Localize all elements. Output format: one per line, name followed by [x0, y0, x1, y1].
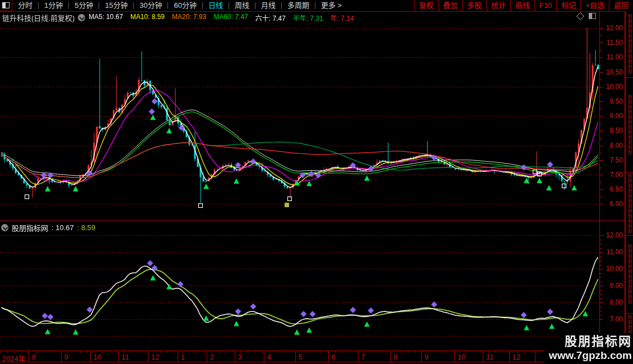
sidebar-strip-segment[interactable]: 划划划划划划划划划划划划	[626, 236, 633, 314]
year-label: 2024年	[2, 353, 26, 363]
stock-title: 链升科技(日线.前复权)	[2, 12, 75, 23]
indicator-value-2: : 8.59	[77, 223, 96, 232]
month-separator	[295, 351, 296, 362]
indicator-value-1: : 10.67	[52, 223, 74, 232]
ma-label-4: 六十: 7.47	[255, 13, 286, 22]
month-separator	[90, 351, 91, 362]
tool-menu-item-3[interactable]: 统计	[486, 0, 510, 11]
sidebar-strip-segment[interactable]: 划划划划划划划划划划划划	[626, 11, 633, 78]
month-separator	[148, 351, 148, 362]
price-axis-label: 10.00	[602, 265, 623, 273]
menu-item-3[interactable]: 15分钟	[99, 0, 133, 11]
price-axis-label: 9.00	[602, 282, 623, 290]
month-separator	[358, 351, 359, 362]
top-menu-bar: 分时1分钟5分钟15分钟30分钟60分钟日线周线月线多周期更多 > 复权叠加多股…	[0, 0, 633, 12]
month-label-2: 10	[94, 353, 101, 361]
ma-label-5: 半年: 7.31	[293, 13, 323, 22]
sidebar-strip-segment[interactable]: 划划划划划划划划划划划划	[626, 172, 633, 236]
price-axis-label: 12.00	[602, 24, 623, 32]
tool-menu-item-4[interactable]: 画线	[510, 0, 534, 11]
tool-menu-item-5[interactable]: F10	[534, 0, 556, 11]
date-axis-ticks	[0, 351, 563, 353]
chevron-down-icon[interactable]	[1, 224, 8, 231]
date-axis[interactable]: 2024年 89101112123456789101112	[0, 351, 633, 362]
month-label-10: 6	[332, 353, 336, 361]
price-axis-label: 9.50	[602, 97, 623, 105]
month-separator	[509, 351, 510, 362]
watermark-site-name: 股朋指标网	[560, 333, 633, 349]
menu-item-4[interactable]: 30分钟	[134, 0, 167, 11]
month-separator	[535, 351, 536, 362]
collapsed-sidebar-strip[interactable]: 划划划划划划划划划划划划划划划划划划划划划划划划划划划划划划划划划划划划划划划划…	[625, 11, 633, 364]
month-separator	[29, 351, 29, 362]
period-menu: 分时1分钟5分钟15分钟30分钟60分钟日线周线月线多周期更多 >	[12, 0, 347, 11]
price-axis-label: 12.00	[602, 231, 623, 239]
menu-item-10[interactable]: 更多 >	[315, 0, 347, 11]
tool-menu-item-1[interactable]: 叠加	[438, 0, 462, 11]
menu-item-9[interactable]: 多周期	[282, 0, 315, 11]
tool-menu-item-0[interactable]: 复权	[414, 0, 438, 11]
month-separator	[390, 351, 391, 362]
month-separator	[454, 351, 455, 362]
ma-label-3: MA60: 7.47	[213, 13, 248, 22]
price-axis-label: 9.00	[602, 112, 623, 120]
price-axis-label: 7.00	[602, 315, 623, 323]
chart-title-bar: 链升科技(日线.前复权) MA5: 10.67MA10: 8.59MA20: 7…	[0, 11, 633, 24]
title-icons	[578, 13, 596, 19]
tools-menu: 复权叠加多股统计画线F10标记+自选返回	[414, 0, 633, 11]
tool-menu-item-8[interactable]: 返回	[609, 0, 633, 11]
sidebar-strip-segment[interactable]: 划划划划划划划划划划划划	[626, 78, 633, 172]
watermark-url: www.7gpzb.com	[544, 349, 633, 364]
month-label-14: 10	[458, 353, 466, 361]
month-label-15: 11	[486, 353, 494, 361]
price-chart-canvas[interactable]	[0, 0, 633, 364]
month-separator	[118, 351, 119, 362]
menu-item-1[interactable]: 1分钟	[39, 0, 68, 11]
split-window-icon	[2, 2, 10, 8]
diamond-marker-icon[interactable]	[576, 12, 584, 20]
month-separator	[264, 351, 264, 362]
ma-legend: MA5: 10.67MA10: 8.59MA20: 7.93MA60: 7.47…	[89, 13, 354, 22]
price-axis-label: 8.00	[602, 298, 623, 306]
price-axis-label: 11.00	[602, 53, 623, 61]
price-axis-label: 10.50	[602, 68, 623, 76]
indicator-name: 股朋指标网	[12, 222, 48, 233]
month-separator	[483, 351, 483, 362]
month-separator	[61, 351, 62, 362]
menu-item-7[interactable]: 周线	[229, 0, 255, 11]
menu-item-8[interactable]: 月线	[255, 0, 281, 11]
menu-item-0[interactable]: 分时	[12, 0, 38, 11]
month-label-16: 12	[513, 353, 520, 361]
month-label-4: 12	[151, 353, 159, 361]
ma-label-0: MA5: 10.67	[89, 13, 123, 22]
month-separator	[178, 351, 178, 362]
month-label-0: 8	[32, 353, 36, 361]
price-axis-label: 6.50	[602, 185, 623, 193]
layout-toggle-button[interactable]	[0, 0, 12, 11]
price-axis-label: 6.00	[602, 200, 623, 208]
month-label-3: 11	[122, 353, 129, 361]
month-label-8: 4	[267, 353, 271, 361]
price-axis-label: 11.00	[602, 248, 623, 256]
tool-menu-item-2[interactable]: 多股	[462, 0, 486, 11]
tool-menu-item-7[interactable]: +自选	[580, 0, 609, 11]
price-axis-label: 8.50	[602, 127, 623, 134]
tool-menu-item-6[interactable]: 标记	[556, 0, 580, 11]
month-separator	[328, 351, 329, 362]
price-axis-label: 10.00	[602, 83, 623, 91]
month-separator	[235, 351, 235, 362]
menu-item-2[interactable]: 5分钟	[69, 0, 99, 11]
price-axis-label: 8.00	[602, 142, 623, 150]
month-label-7: 3	[238, 353, 242, 361]
price-axis-label: 7.00	[602, 171, 623, 179]
price-axis-label: 7.50	[602, 156, 623, 164]
chevron-down-icon[interactable]	[78, 14, 85, 21]
window-split-icon[interactable]	[589, 13, 596, 19]
menu-item-6[interactable]: 日线	[203, 0, 229, 11]
month-label-13: 9	[425, 353, 429, 361]
price-axis-label: 11.50	[602, 39, 623, 46]
month-separator	[207, 351, 207, 362]
menu-item-5[interactable]: 60分钟	[168, 0, 202, 11]
month-separator	[421, 351, 422, 362]
month-label-1: 9	[64, 353, 68, 361]
